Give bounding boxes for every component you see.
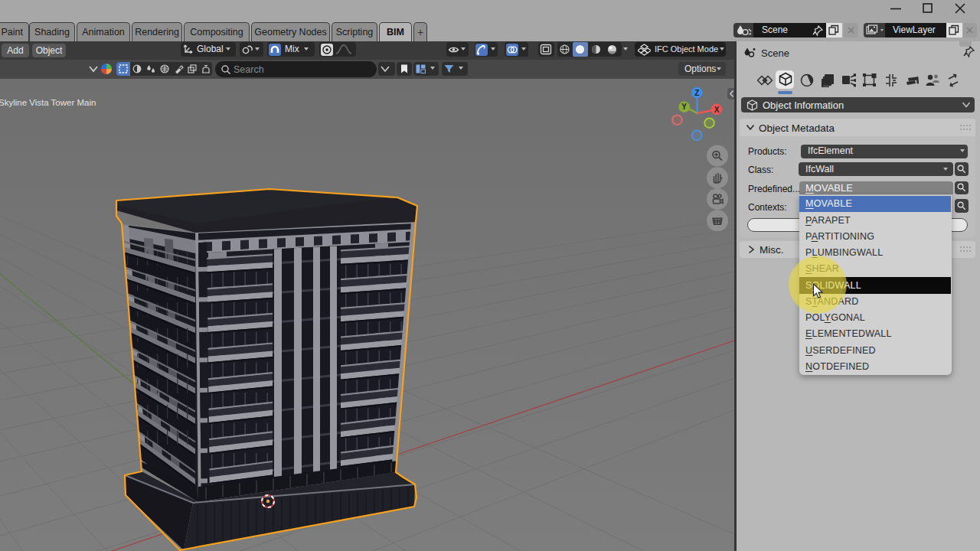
svg-text:X: X xyxy=(714,106,720,114)
svg-text:Skyline Vista Tower Main: Skyline Vista Tower Main xyxy=(0,98,96,107)
svg-text:Y: Y xyxy=(681,103,687,111)
svg-text:Z: Z xyxy=(694,89,699,97)
